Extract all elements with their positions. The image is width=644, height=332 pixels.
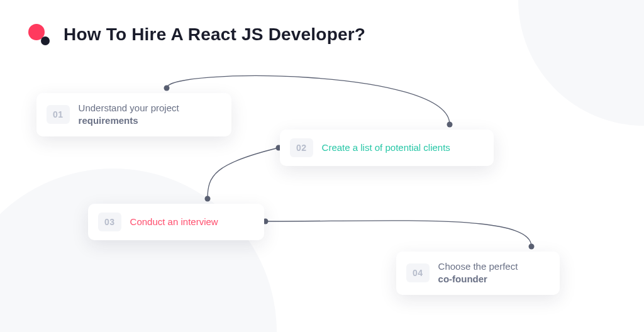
svg-point-5: [529, 244, 535, 250]
bg-circle-top-right: [518, 0, 644, 126]
step-card-3: 03 Conduct an interview: [88, 204, 264, 240]
logo-icon: [28, 24, 50, 45]
svg-point-0: [164, 86, 170, 91]
step-card-4: 04 Choose the perfect co-founder: [396, 252, 560, 295]
step-number: 01: [47, 105, 70, 124]
step-card-1: 01 Understand your project requirements: [36, 93, 231, 136]
step-text: Choose the perfect co-founder: [438, 260, 518, 286]
header: How To Hire A React JS Developer?: [28, 24, 365, 45]
bg-circle-bottom-left: [0, 169, 277, 332]
step-number: 03: [98, 213, 121, 231]
step-text: Conduct an interview: [130, 216, 218, 228]
step-card-2: 02 Create a list of potential clients: [280, 130, 494, 166]
svg-point-1: [447, 122, 453, 128]
step-number: 04: [406, 263, 430, 282]
step-text: Create a list of potential clients: [322, 141, 450, 154]
step-text: Understand your project requirements: [79, 102, 179, 128]
page-title: How To Hire A React JS Developer?: [64, 25, 365, 45]
step-number: 02: [290, 138, 313, 157]
